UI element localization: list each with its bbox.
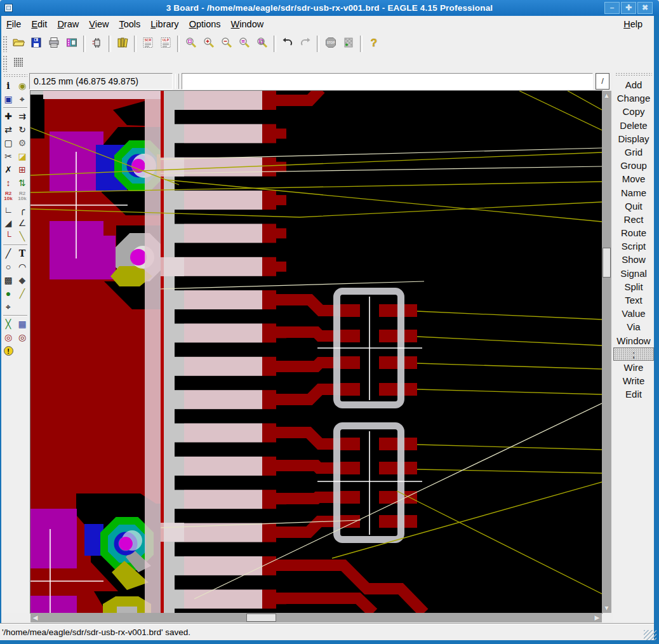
- command-item-add[interactable]: Add: [613, 78, 654, 91]
- command-item-signal[interactable]: Signal: [613, 267, 654, 280]
- cam-processor-button[interactable]: [63, 36, 80, 52]
- ripup-signal-tool-button[interactable]: ╲: [16, 230, 29, 243]
- rect-tool-button[interactable]: ▩: [2, 274, 15, 286]
- zoom-out-button[interactable]: [218, 36, 235, 52]
- command-item-rect[interactable]: Rect: [613, 213, 654, 226]
- command-item-edit[interactable]: Edit: [613, 387, 654, 401]
- rotate-tool-button[interactable]: ↻: [16, 123, 29, 136]
- ratsnest-tool-button[interactable]: ╳: [2, 318, 15, 330]
- scroll-up-icon[interactable]: ▲: [602, 91, 611, 100]
- ripup-tool-button[interactable]: └: [2, 230, 15, 243]
- palette-grip[interactable]: [3, 74, 27, 77]
- zoom-select-button[interactable]: [236, 36, 253, 52]
- command-item-value[interactable]: Value: [613, 307, 654, 320]
- stop-button[interactable]: STOP: [323, 36, 339, 52]
- command-item-semicolon[interactable]: ;: [613, 347, 654, 361]
- command-item-display[interactable]: Display: [613, 132, 654, 145]
- board-canvas[interactable]: [30, 91, 602, 613]
- menu-item-library[interactable]: Library: [145, 17, 183, 32]
- command-item-wire[interactable]: Wire: [613, 361, 654, 374]
- hole-tool-button[interactable]: ⌖: [2, 300, 15, 313]
- scroll-down-icon[interactable]: ▼: [602, 603, 611, 613]
- command-item-group[interactable]: Group: [613, 159, 654, 172]
- command-panel-grip[interactable]: [615, 72, 652, 76]
- drc-tool-button[interactable]: ◎: [16, 331, 29, 344]
- command-history-button[interactable]: /: [596, 73, 609, 90]
- board-schematic-button[interactable]: [89, 36, 105, 52]
- route-tool-button[interactable]: ∠: [16, 217, 29, 229]
- vertical-scrollbar[interactable]: ▲ ▼: [602, 91, 611, 613]
- polygon-tool-button[interactable]: ◆: [16, 274, 29, 286]
- zoom-in-button[interactable]: [201, 36, 217, 52]
- text-tool-button[interactable]: T: [16, 247, 29, 260]
- command-item-move[interactable]: Move: [613, 172, 654, 185]
- scroll-right-icon[interactable]: ▶: [592, 613, 602, 622]
- cut-tool-button[interactable]: ✂: [2, 150, 15, 163]
- zoom-fit-button[interactable]: [183, 36, 199, 52]
- mirror-tool-button[interactable]: ⇄: [2, 123, 15, 136]
- ulp-button[interactable]: ULP: [157, 36, 174, 52]
- toolbar-grip[interactable]: [3, 55, 8, 72]
- menu-item-edit[interactable]: Edit: [26, 17, 52, 32]
- command-item-delete[interactable]: Delete: [613, 119, 654, 132]
- redo-button[interactable]: [297, 36, 314, 52]
- command-input[interactable]: [182, 73, 593, 90]
- group-tool-button[interactable]: ▢: [2, 137, 15, 149]
- smash-tool-button[interactable]: R210k: [2, 190, 15, 203]
- delete-tool-button[interactable]: ✗: [2, 163, 15, 176]
- command-item-quit[interactable]: Quit: [613, 199, 654, 213]
- show-tool-button[interactable]: ◉: [16, 79, 29, 92]
- minimize-button[interactable]: –: [604, 2, 620, 14]
- print-button[interactable]: [46, 36, 62, 52]
- erc-tool-button[interactable]: ◎: [2, 331, 15, 344]
- menu-item-options[interactable]: Options: [184, 17, 226, 32]
- zoom-redraw-button[interactable]: [254, 36, 270, 52]
- command-item-copy[interactable]: Copy: [613, 105, 654, 118]
- menu-item-draw[interactable]: Draw: [52, 17, 84, 32]
- menu-item-help[interactable]: Help: [618, 17, 648, 32]
- command-item-text[interactable]: Text: [613, 293, 654, 307]
- info-tool-button[interactable]: i: [2, 79, 15, 92]
- menu-item-file[interactable]: File: [1, 17, 26, 32]
- toolbar-grip[interactable]: [3, 36, 8, 52]
- display-tool-button[interactable]: ▣: [2, 93, 15, 105]
- gateswap-tool-button[interactable]: ⇅: [16, 177, 29, 189]
- vertical-scrollbar-thumb[interactable]: [602, 248, 611, 278]
- undo-button[interactable]: [279, 36, 296, 52]
- library-button[interactable]: [114, 36, 131, 52]
- command-item-split[interactable]: Split: [613, 280, 654, 293]
- command-item-name[interactable]: Name: [613, 186, 654, 199]
- menu-item-window[interactable]: Window: [226, 17, 269, 32]
- traffic-light-button[interactable]: [340, 36, 357, 52]
- auto-tool-button[interactable]: ▦: [16, 318, 29, 330]
- circle-tool-button[interactable]: ○: [2, 260, 15, 273]
- save-button[interactable]: [28, 36, 44, 52]
- grid-button[interactable]: [10, 55, 27, 72]
- menu-item-view[interactable]: View: [84, 17, 114, 32]
- command-item-show[interactable]: Show: [613, 253, 654, 266]
- scroll-left-icon[interactable]: ◀: [30, 613, 40, 622]
- window-resize-grip[interactable]: [644, 630, 656, 640]
- wire-tool-button[interactable]: ╱: [2, 247, 15, 260]
- split-tool-button[interactable]: ∟: [2, 203, 15, 216]
- command-item-write[interactable]: Write: [613, 374, 654, 387]
- menu-item-tools[interactable]: Tools: [114, 17, 145, 32]
- errors-tool-button[interactable]: !: [2, 344, 15, 357]
- copy-tool-button[interactable]: ⇉: [16, 110, 29, 123]
- paste-tool-button[interactable]: ◪: [16, 150, 29, 163]
- command-item-grid[interactable]: Grid: [613, 145, 654, 159]
- command-item-change[interactable]: Change: [613, 91, 654, 105]
- unsmash-tool-button[interactable]: R210k: [16, 190, 29, 203]
- maximize-button[interactable]: ✚: [621, 2, 636, 14]
- horizontal-scrollbar-thumb[interactable]: [246, 614, 276, 622]
- script-editor-button[interactable]: SCR: [140, 36, 156, 52]
- mark-tool-button[interactable]: ⌖: [16, 93, 29, 105]
- command-item-via[interactable]: Via: [613, 320, 654, 333]
- change-tool-button[interactable]: ⚙: [16, 137, 29, 149]
- command-item-route[interactable]: Route: [613, 226, 654, 239]
- help-button[interactable]: ?: [366, 36, 382, 52]
- miter-tool-button[interactable]: ╭: [16, 203, 29, 216]
- via-tool-button[interactable]: ●: [2, 287, 15, 300]
- command-item-script[interactable]: Script: [613, 239, 654, 253]
- arc-tool-button[interactable]: ◠: [16, 260, 29, 273]
